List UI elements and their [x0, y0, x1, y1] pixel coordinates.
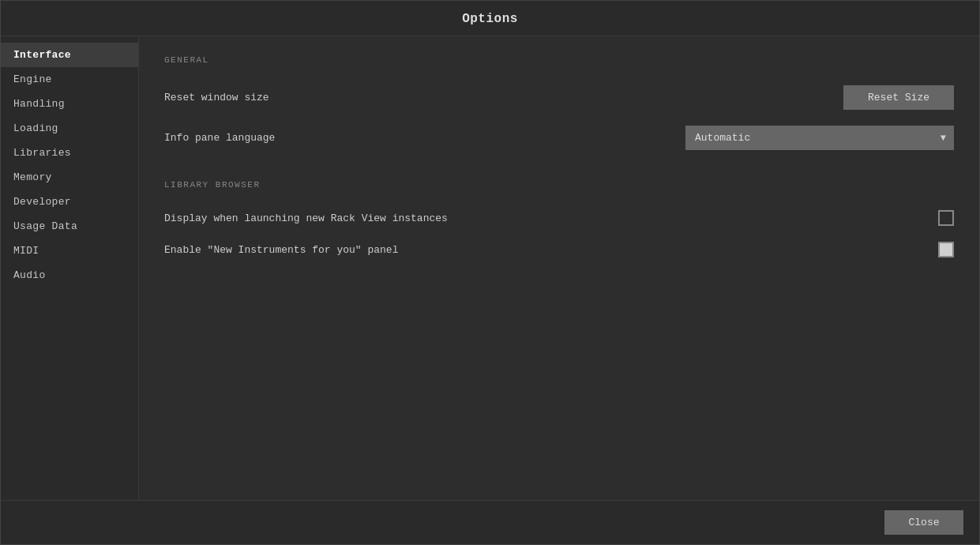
dialog-body: Interface Engine Handling Loading Librar…: [1, 36, 979, 500]
sidebar-item-loading[interactable]: Loading: [1, 116, 138, 141]
sidebar-item-developer[interactable]: Developer: [1, 190, 138, 214]
language-dropdown[interactable]: Automatic English German French Spanish …: [685, 126, 954, 150]
display-launching-label: Display when launching new Rack View ins…: [164, 212, 448, 224]
reset-window-size-label: Reset window size: [164, 92, 269, 103]
display-launching-row: Display when launching new Rack View ins…: [164, 202, 954, 234]
sidebar-item-memory[interactable]: Memory: [1, 165, 138, 190]
main-content: GENERAL Reset window size Reset Size Inf…: [139, 36, 979, 500]
sidebar-item-libraries[interactable]: Libraries: [1, 141, 138, 165]
info-pane-language-row: Info pane language Automatic English Ger…: [164, 118, 954, 158]
reset-size-button[interactable]: Reset Size: [843, 85, 954, 110]
sidebar-item-engine[interactable]: Engine: [1, 67, 138, 92]
enable-new-instruments-label: Enable "New Instruments for you" panel: [164, 244, 398, 256]
reset-window-size-row: Reset window size Reset Size: [164, 77, 954, 118]
sidebar-item-midi[interactable]: MIDI: [1, 239, 138, 263]
sidebar-item-handling[interactable]: Handling: [1, 92, 138, 116]
close-button[interactable]: Close: [884, 510, 963, 535]
options-dialog: Options Interface Engine Handling Loadin…: [0, 0, 980, 545]
enable-new-instruments-checkbox[interactable]: [938, 242, 954, 257]
dialog-titlebar: Options: [1, 1, 979, 36]
sidebar-item-usage-data[interactable]: Usage Data: [1, 214, 138, 239]
language-dropdown-wrapper: Automatic English German French Spanish …: [685, 126, 954, 150]
display-launching-checkbox-wrapper: [938, 210, 954, 226]
enable-new-instruments-checkbox-wrapper: [938, 242, 954, 257]
dialog-title: Options: [462, 12, 518, 26]
sidebar-item-interface[interactable]: Interface: [1, 43, 138, 67]
display-launching-checkbox[interactable]: [938, 210, 954, 226]
info-pane-language-label: Info pane language: [164, 132, 275, 144]
sidebar-item-audio[interactable]: Audio: [1, 263, 138, 288]
general-section-title: GENERAL: [164, 55, 954, 65]
dialog-footer: Close: [1, 500, 979, 544]
sidebar: Interface Engine Handling Loading Librar…: [1, 36, 139, 500]
enable-new-instruments-row: Enable "New Instruments for you" panel: [164, 234, 954, 265]
library-browser-section-title: LIBRARY BROWSER: [164, 180, 954, 190]
